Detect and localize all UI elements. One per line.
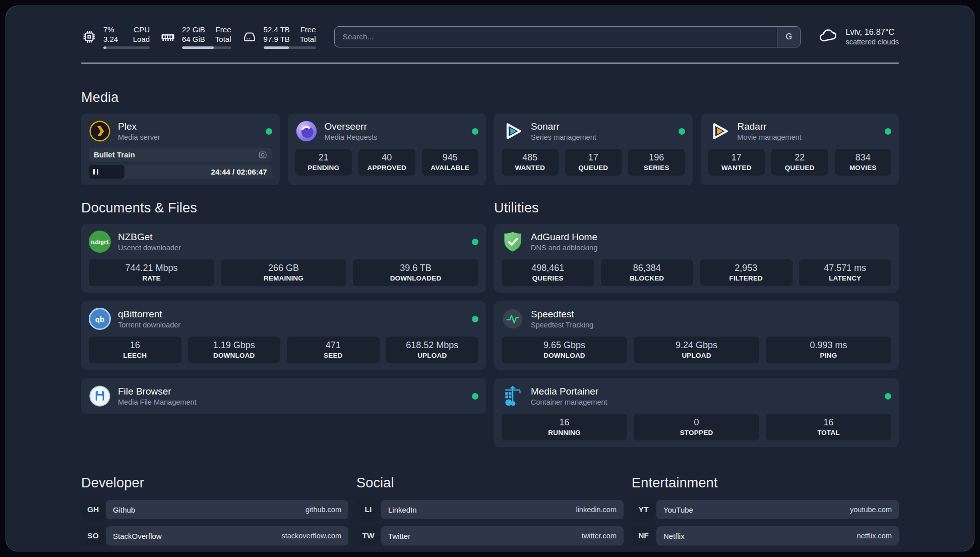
app-card-qbittorrent[interactable]: qb qBittorrent Torrent downloader 16 LEE… [81, 301, 486, 370]
card-subtitle: Media server [118, 133, 160, 142]
search-engine-button[interactable]: G [777, 27, 800, 47]
card-subtitle: Torrent downloader [118, 320, 180, 330]
weather-condition: scattered clouds [845, 37, 899, 47]
section-title-media: Media [81, 90, 899, 105]
app-card-plex[interactable]: Plex Media server Bullet Train [81, 114, 280, 185]
link-name: LinkedIn [388, 506, 417, 514]
stat-approved: 40 APPROVED [358, 149, 415, 176]
stat-value: 47.571 ms [801, 262, 890, 273]
link-name: Netflix [663, 532, 685, 540]
app-card-filebrowser[interactable]: File Browser Media File Management [81, 378, 486, 414]
app-card-radarr[interactable]: Radarr Movie management 17 WANTED 22 QUE… [701, 114, 899, 185]
stat-value: 39.6 TB [355, 262, 476, 273]
status-dot [472, 316, 478, 322]
status-dot [679, 128, 685, 135]
cpu-label: CPU [133, 25, 150, 34]
stat-label: WANTED [710, 164, 763, 172]
stat-label: RUNNING [504, 429, 625, 437]
card-title: Radarr [738, 121, 802, 133]
section-title-documents: Documents & Files [81, 200, 486, 216]
card-subtitle: Container management [531, 398, 607, 407]
stat-label: MOVIES [837, 164, 890, 172]
stat-value: 17 [710, 152, 763, 163]
link-abbr: TW [356, 526, 380, 545]
speedtest-icon [502, 308, 524, 330]
stat-remaining: 266 GB REMAINING [221, 259, 346, 286]
link-url: netflix.com [857, 532, 892, 540]
stat-seed: 471 SEED [287, 337, 380, 363]
link-youtube[interactable]: YT YouTube youtube.com [632, 500, 899, 519]
pause-icon [93, 169, 98, 175]
memory-free: 22 GiB [182, 25, 205, 34]
app-card-adguard[interactable]: AdGuard Home DNS and adblocking 498,461 … [494, 224, 899, 293]
stat-label: PENDING [297, 164, 350, 172]
link-name: StackOverflow [113, 532, 162, 540]
stat-label: QUERIES [504, 274, 592, 283]
disk-icon [241, 29, 258, 45]
stat-value: 196 [630, 152, 683, 163]
stat-label: TOTAL [768, 429, 889, 437]
stat-queued: 17 QUEUED [565, 149, 622, 176]
search-input[interactable] [335, 27, 777, 47]
utilities-column: Utilities [494, 185, 899, 447]
developer-column: Developer GH Github github.com SO StackO… [81, 447, 348, 551]
stat-value: 9.65 Gbps [504, 340, 625, 351]
link-abbr: GH [81, 500, 105, 519]
app-card-sonarr[interactable]: Sonarr Series management 485 WANTED 17 Q… [494, 114, 693, 185]
stat-label: PING [768, 352, 889, 360]
link-url: twitter.com [582, 532, 617, 540]
stat-download: 9.65 Gbps DOWNLOAD [502, 337, 627, 363]
link-github[interactable]: GH Github github.com [81, 500, 348, 519]
weather-widget: Lviv, 16.87°C scattered clouds [818, 27, 899, 47]
stat-value: 21 [297, 152, 350, 163]
status-dot [885, 393, 891, 400]
card-subtitle: Speedtest Tracking [531, 320, 593, 330]
card-subtitle: Media File Management [118, 398, 197, 407]
link-netflix[interactable]: NF Netflix netflix.com [632, 526, 899, 545]
stat-label: STOPPED [636, 429, 757, 437]
link-name: Twitter [388, 532, 410, 540]
link-stackoverflow[interactable]: SO StackOverflow stackoverflow.com [81, 526, 348, 545]
adguard-icon [502, 231, 524, 253]
card-subtitle: Media Requests [325, 133, 378, 142]
app-card-speedtest[interactable]: Speedtest Speedtest Tracking 9.65 Gbps D… [494, 301, 899, 370]
stat-value: 16 [91, 340, 179, 351]
dashboard: 7% 3.24 CPU Load [6, 6, 974, 551]
stat-value: 498,461 [504, 262, 592, 273]
playback-time: 24:44 / 02:06:47 [211, 168, 272, 176]
stat-label: DOWNLOADED [355, 274, 476, 283]
system-widgets: 7% 3.24 CPU Load [81, 25, 316, 49]
screen: 7% 3.24 CPU Load [0, 0, 980, 557]
card-subtitle: Movie management [738, 133, 802, 142]
stat-wanted: 17 WANTED [708, 149, 765, 176]
link-url: github.com [305, 506, 341, 514]
media-cards: Plex Media server Bullet Train [81, 114, 899, 185]
link-linkedin[interactable]: LI LinkedIn linkedin.com [356, 500, 624, 519]
stat-stopped: 0 STOPPED [634, 414, 759, 440]
plex-now-playing: Bullet Train 24:44 / 02:06:47 [89, 148, 272, 179]
cpu-progress-bar [103, 46, 150, 49]
link-url: linkedin.com [576, 506, 617, 514]
portainer-icon [502, 385, 524, 407]
section-title-utilities: Utilities [494, 200, 899, 216]
app-card-nzbget[interactable]: nzbget NZBGet Usenet downloader 744.21 M… [81, 224, 486, 293]
memory-total: 64 GiB [182, 34, 205, 44]
stat-rate: 744.21 Mbps RATE [89, 259, 214, 286]
stat-label: AVAILABLE [424, 164, 477, 172]
plex-icon [89, 120, 111, 142]
link-twitter[interactable]: TW Twitter twitter.com [356, 526, 624, 545]
section-title-social: Social [356, 475, 624, 491]
cpu-load: 3.24 [103, 34, 118, 44]
memory-progress-bar [182, 46, 231, 49]
stat-ping: 0.993 ms PING [766, 337, 891, 363]
app-card-overseerr[interactable]: Overseerr Media Requests 21 PENDING 40 A… [288, 114, 486, 185]
search-bar[interactable]: G [334, 26, 801, 47]
status-dot [885, 128, 891, 135]
card-subtitle: Series management [531, 133, 596, 142]
stat-label: DOWNLOAD [190, 352, 279, 360]
stat-filtered: 2,953 FILTERED [700, 259, 792, 286]
app-card-portainer[interactable]: Media Portainer Container management 16 … [494, 378, 899, 447]
card-title: Media Portainer [531, 385, 607, 398]
stat-label: APPROVED [360, 164, 413, 172]
status-dot [472, 239, 478, 245]
